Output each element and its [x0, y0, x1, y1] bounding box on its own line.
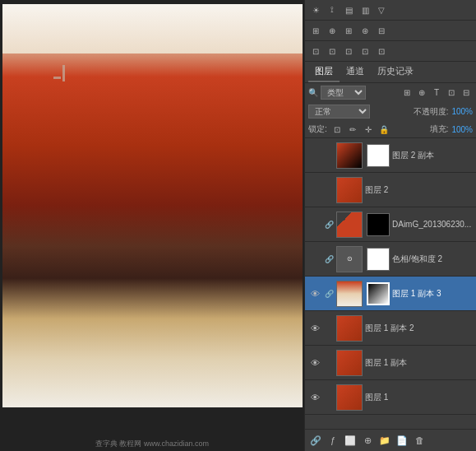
layer-thumbnail: [336, 177, 363, 203]
layer-eye-icon[interactable]: 👁: [308, 391, 321, 404]
layer-thumbnail: [336, 212, 363, 238]
layer-name: 图层 2 副本: [392, 150, 473, 161]
filter-type-select[interactable]: 类型: [321, 86, 366, 100]
layer-item[interactable]: 👁 图层 1 副本 2: [305, 311, 476, 346]
tool4-icon[interactable]: ⊛: [358, 23, 372, 38]
curves-icon[interactable]: ⟟: [325, 2, 340, 17]
tool3-icon[interactable]: ⊞: [341, 23, 356, 38]
layer-thumbnail: [336, 384, 363, 411]
tool1-icon[interactable]: ⊞: [308, 23, 323, 38]
dropdown-arrow-icon[interactable]: ▽: [374, 2, 389, 17]
lock-pixel-icon[interactable]: ⊡: [330, 123, 344, 136]
layer-eye-icon[interactable]: 👁: [308, 218, 321, 231]
layer-name: DAimG_201306230...: [392, 220, 473, 229]
layer-link-icon: 🔗: [324, 253, 334, 266]
layer-link-icon: [324, 149, 334, 162]
layer-item[interactable]: 👁 🔗 ⊙ 色相/饱和度 2: [305, 242, 476, 277]
layer-mask: [367, 144, 390, 167]
lock-move-icon[interactable]: ✛: [362, 123, 375, 136]
layer-link-icon: [324, 322, 334, 335]
filter-icon-1[interactable]: ⊞: [400, 86, 414, 100]
lock-row: 锁定: ⊡ ✏ ✛ 🔒 填充: 100%: [305, 121, 476, 138]
layer-link-icon: [324, 184, 334, 197]
right-panel: ☀ ⟟ ▤ ▥ ▽ ⊞ ⊕ ⊞ ⊛ ⊟ ⊡ ⊡ ⊡ ⊡ ⊡ 图层 通道 历史记录…: [304, 0, 476, 451]
layer-eye-icon[interactable]: 👁: [308, 322, 321, 335]
layer-link-icon: 🔗: [324, 287, 334, 300]
layer-mask: [367, 248, 390, 271]
layer-name: 图层 2: [365, 184, 473, 196]
layer-eye-icon[interactable]: 👁: [308, 149, 321, 162]
layer-link-icon: [324, 391, 334, 404]
tab-layers[interactable]: 图层: [308, 62, 340, 82]
layer-item[interactable]: 👁 图层 2: [305, 173, 476, 207]
bottom-toolbar: 🔗 ƒ ⬜ ⊕ 📁 📄 🗑: [305, 429, 476, 451]
image-panel: 查字典 教程网 www.chazidian.com: [0, 0, 304, 451]
toolbar-row-3: ⊡ ⊡ ⊡ ⊡ ⊡: [305, 41, 476, 62]
filter-icon-3[interactable]: ⊡: [445, 86, 458, 100]
blend-row: 正常 不透明度: 100%: [305, 102, 476, 121]
tool8-icon[interactable]: ⊡: [341, 44, 356, 58]
layer-eye-icon[interactable]: 👁: [308, 356, 321, 370]
fill-label: 填充:: [430, 123, 449, 135]
new-layer-icon[interactable]: 📄: [395, 433, 409, 448]
layer-item[interactable]: 👁 🔗 图层 1 副本 3: [305, 277, 476, 311]
tool6-icon[interactable]: ⊡: [308, 44, 323, 58]
levels-icon[interactable]: ▤: [341, 2, 356, 17]
layers-list: 👁 图层 2 副本 👁 图层 2 👁 🔗 DAimG_201306230... …: [305, 138, 476, 429]
layer-item[interactable]: 👁 图层 1: [305, 380, 476, 415]
filter-icon-4[interactable]: ⊟: [460, 86, 473, 100]
watermark-text: 查字典 教程网 www.chazidian.com: [95, 439, 209, 449]
tab-channels[interactable]: 通道: [340, 62, 371, 82]
layer-name: 图层 1: [365, 392, 473, 403]
layer-thumbnail: [336, 315, 363, 342]
layer-eye-icon[interactable]: 👁: [308, 184, 321, 197]
layer-name: 图层 1 副本 2: [365, 323, 473, 334]
filter-row: 🔍 类型 ⊞ ⊕ T ⊡ ⊟: [305, 83, 476, 102]
search-icon: 🔍: [308, 88, 318, 97]
toolbar-row-2: ⊞ ⊕ ⊞ ⊛ ⊟: [305, 21, 476, 41]
layer-item[interactable]: 👁 🔗 DAimG_201306230...: [305, 207, 476, 242]
toolbar-row-1: ☀ ⟟ ▤ ▥ ▽: [305, 0, 476, 21]
filter-icons: ⊞ ⊕ T ⊡ ⊟: [400, 86, 473, 100]
blend-mode-select[interactable]: 正常: [308, 105, 370, 119]
layer-name: 图层 1 副本: [365, 357, 473, 369]
canvas-area: [2, 4, 303, 407]
layer-item[interactable]: 👁 图层 1 副本: [305, 346, 476, 380]
tool9-icon[interactable]: ⊡: [358, 44, 372, 58]
layer-mask: [367, 282, 390, 305]
tabs-row: 图层 通道 历史记录: [305, 62, 476, 83]
fill-value[interactable]: 100%: [451, 125, 473, 134]
filter-icon-2[interactable]: ⊕: [415, 86, 428, 100]
histogram-icon[interactable]: ▥: [358, 2, 372, 17]
layer-link-icon: 🔗: [324, 218, 334, 231]
layer-eye-icon[interactable]: 👁: [308, 253, 321, 266]
lock-label: 锁定:: [308, 123, 327, 135]
lock-paint-icon[interactable]: ✏: [346, 123, 359, 136]
tool2-icon[interactable]: ⊕: [325, 23, 340, 38]
layer-name: 色相/饱和度 2: [392, 253, 473, 265]
canvas-image: [2, 4, 303, 407]
layer-item[interactable]: 👁 图层 2 副本: [305, 138, 476, 173]
layer-mask: [367, 213, 390, 236]
sun-icon[interactable]: ☀: [308, 2, 323, 17]
layer-thumbnail: [336, 142, 363, 169]
layer-style-icon[interactable]: ƒ: [326, 433, 340, 448]
adjustment-layer-icon[interactable]: ⊕: [360, 433, 375, 448]
layer-mask-icon[interactable]: ⬜: [343, 433, 358, 448]
lock-all-icon[interactable]: 🔒: [377, 123, 391, 136]
tool7-icon[interactable]: ⊡: [325, 44, 340, 58]
layer-group-icon[interactable]: 📁: [377, 433, 392, 448]
opacity-value[interactable]: 100%: [451, 107, 473, 116]
layer-link-icon: [324, 356, 334, 370]
layer-thumbnail: [336, 350, 363, 376]
tab-history[interactable]: 历史记录: [371, 62, 420, 82]
opacity-label: 不透明度:: [414, 106, 449, 118]
layer-eye-icon[interactable]: 👁: [308, 287, 321, 300]
delete-layer-icon[interactable]: 🗑: [412, 433, 427, 448]
filter-icon-T[interactable]: T: [430, 86, 443, 100]
link-layers-icon[interactable]: 🔗: [308, 433, 323, 448]
layer-name: 图层 1 副本 3: [392, 288, 473, 300]
tool10-icon[interactable]: ⊡: [374, 44, 389, 58]
lock-icons: ⊡ ✏ ✛ 🔒: [330, 123, 391, 136]
tool5-icon[interactable]: ⊟: [374, 23, 389, 38]
